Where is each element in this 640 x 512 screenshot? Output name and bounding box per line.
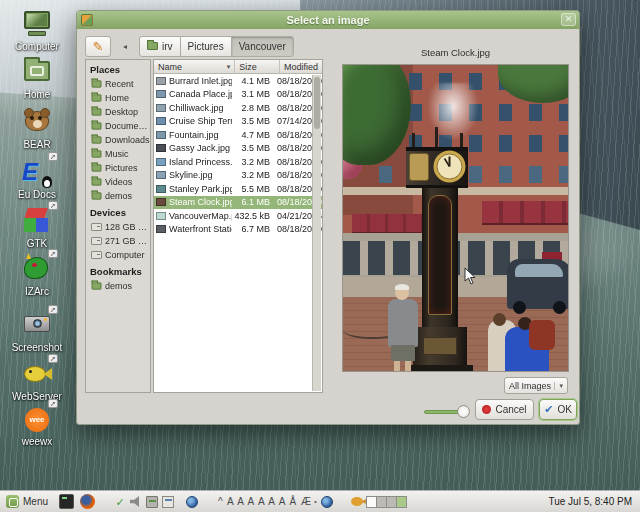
desktop-icon-label: BEAR bbox=[4, 139, 70, 150]
path-segment-vancouver[interactable]: Vancouver bbox=[231, 36, 294, 57]
image-thumbnail-icon bbox=[156, 144, 166, 152]
pencil-icon: ✎ bbox=[93, 39, 104, 54]
path-segment-home[interactable]: irv bbox=[139, 36, 181, 57]
globe-icon[interactable] bbox=[321, 496, 333, 508]
file-row[interactable]: Fountain.jpg4.7 MB08/18/2010 bbox=[154, 128, 322, 142]
sidebar-item-volume-271[interactable]: 271 GB Vol... bbox=[86, 234, 150, 248]
window-list[interactable]: ^ A A A A A A Å Æ bbox=[218, 496, 312, 507]
column-header-size[interactable]: Size bbox=[235, 60, 280, 73]
sidebar-item-videos[interactable]: Videos bbox=[86, 175, 150, 189]
file-row[interactable]: Stanley Park.jpg5.5 MB08/18/2010 bbox=[154, 182, 322, 196]
file-manager-icon[interactable] bbox=[162, 496, 174, 508]
sidebar-item-home[interactable]: Home bbox=[86, 91, 150, 105]
sidebar-item-volume-128[interactable]: 128 GB Vol... bbox=[86, 220, 150, 234]
desktop-icon-label: Screenshot bbox=[4, 342, 70, 353]
clock-face bbox=[433, 150, 466, 183]
sidebar-item-documents[interactable]: Documents bbox=[86, 119, 150, 133]
image-thumbnail-icon bbox=[156, 77, 166, 85]
desktop-icon-screenshot[interactable]: ➚ Screenshot bbox=[4, 311, 70, 353]
titlebar[interactable]: Select an image ✕ bbox=[77, 11, 579, 29]
column-header-name[interactable]: Name ▾ bbox=[154, 60, 235, 73]
path-segment-label: Pictures bbox=[188, 41, 224, 52]
ok-button[interactable]: ✔ OK bbox=[539, 399, 577, 420]
sidebar-item-music[interactable]: Music bbox=[86, 147, 150, 161]
update-check-icon[interactable]: ✓ bbox=[114, 496, 126, 508]
places-header: Places bbox=[86, 60, 150, 77]
desktop-icon-computer[interactable]: Computer bbox=[4, 10, 70, 52]
sidebar-item-computer[interactable]: Computer bbox=[86, 248, 150, 262]
image-thumbnail-icon bbox=[156, 131, 166, 139]
slider-handle[interactable] bbox=[457, 405, 470, 418]
folder-icon bbox=[147, 42, 158, 50]
taskbar: Menu ✓ ^ A A A A A A Å Æ • Tue Jul 5, 8:… bbox=[0, 490, 640, 512]
desktop-icon-gtk[interactable]: ➚ GTK bbox=[4, 207, 70, 249]
folder-icon bbox=[92, 282, 102, 289]
preview-size-slider[interactable] bbox=[424, 405, 468, 418]
weather-station-icon[interactable] bbox=[146, 496, 158, 508]
sidebar-item-recent[interactable]: Recent bbox=[86, 77, 150, 91]
firefox-launcher-icon[interactable] bbox=[80, 494, 95, 509]
image-thumbnail-icon bbox=[156, 212, 166, 220]
file-row[interactable]: Skyline.jpg3.2 MB08/18/2010 bbox=[154, 169, 322, 183]
scrollbar-thumb[interactable] bbox=[314, 77, 320, 129]
drive-icon bbox=[91, 237, 102, 245]
clock-applet[interactable]: Tue Jul 5, 8:40 PM bbox=[548, 496, 640, 507]
globe-icon[interactable] bbox=[186, 496, 198, 508]
sidebar-item-pictures[interactable]: Pictures bbox=[86, 161, 150, 175]
desktop-icon-eudocs[interactable]: E ➚ Eu Docs bbox=[4, 158, 70, 200]
path-scroll-left-button[interactable]: ◂ bbox=[117, 36, 133, 57]
file-row[interactable]: Canada Place.jpg3.1 MB08/18/2010 bbox=[154, 88, 322, 102]
path-segment-pictures[interactable]: Pictures bbox=[180, 36, 232, 57]
file-list-scrollbar[interactable] bbox=[312, 75, 321, 391]
file-type-filter-dropdown[interactable]: All Images ▾ bbox=[504, 377, 568, 394]
workspace-switcher[interactable] bbox=[367, 496, 407, 508]
file-list-header: Name ▾ Size Modified bbox=[154, 60, 322, 74]
menu-label: Menu bbox=[23, 496, 48, 507]
menu-button[interactable]: Menu bbox=[0, 491, 56, 512]
sidebar-item-demos[interactable]: demos bbox=[86, 189, 150, 203]
column-header-modified[interactable]: Modified bbox=[280, 60, 322, 73]
file-row[interactable]: Burrard Inlet.jpg4.1 MB08/18/2010 bbox=[154, 74, 322, 88]
location-edit-button[interactable]: ✎ bbox=[85, 36, 111, 57]
window-title: Select an image bbox=[77, 14, 579, 26]
desktop-icon-izarc[interactable]: ➚ IZArc bbox=[4, 255, 70, 297]
devices-header: Devices bbox=[86, 203, 150, 220]
desktop-icon-bear[interactable]: BEAR bbox=[4, 108, 70, 150]
workspace-4[interactable] bbox=[396, 496, 407, 508]
awnings-right bbox=[482, 201, 569, 225]
file-row-selected[interactable]: Steam Clock.jpg6.1 MB08/18/2010 bbox=[154, 196, 322, 210]
ok-check-icon: ✔ bbox=[544, 403, 553, 416]
clock-finials bbox=[410, 127, 470, 149]
red-backpack bbox=[529, 320, 555, 350]
file-row[interactable]: Waterfront Station...6.7 MB08/18/2010 bbox=[154, 223, 322, 237]
home-folder-icon bbox=[20, 58, 54, 88]
desktop-icon-webserver[interactable]: ➚ WebServer bbox=[4, 360, 70, 402]
launcher-badge-icon: ➚ bbox=[48, 249, 58, 258]
terminal-launcher-icon[interactable] bbox=[59, 494, 74, 509]
system-tray: ✓ bbox=[112, 496, 200, 508]
folder-icon bbox=[92, 136, 102, 143]
file-row[interactable]: Chilliwack.jpg2.8 MB08/18/2010 bbox=[154, 101, 322, 115]
desktop-icon-home[interactable]: Home bbox=[4, 58, 70, 100]
launcher-badge-icon: ➚ bbox=[48, 305, 58, 314]
building-windows bbox=[409, 73, 422, 90]
fish-applet-icon[interactable] bbox=[351, 497, 363, 506]
file-row[interactable]: Cruise Ship Term.jpg3.5 MB07/14/2010 bbox=[154, 115, 322, 129]
edocs-icon: E ➚ bbox=[20, 158, 54, 188]
recent-icon bbox=[92, 80, 102, 87]
file-row[interactable]: Gassy Jack.jpg3.5 MB08/18/2010 bbox=[154, 142, 322, 156]
volume-icon[interactable] bbox=[130, 496, 142, 508]
weewx-icon: wee ➚ bbox=[20, 405, 54, 435]
image-thumbnail-icon bbox=[156, 171, 166, 179]
sidebar-item-desktop[interactable]: Desktop bbox=[86, 105, 150, 119]
sidebar-item-bookmark-demos[interactable]: demos bbox=[86, 279, 150, 293]
file-row[interactable]: Island Princess.jpg3.2 MB08/18/2010 bbox=[154, 155, 322, 169]
desktop-icon-weewx[interactable]: wee ➚ weewx bbox=[4, 405, 70, 447]
desktop-icon-label: weewx bbox=[4, 436, 70, 447]
sidebar-item-downloads[interactable]: Downloads bbox=[86, 133, 150, 147]
file-row[interactable]: VancouverMap.png432.5 kB04/21/2016 bbox=[154, 209, 322, 223]
cancel-button[interactable]: Cancel bbox=[475, 399, 534, 420]
close-icon[interactable]: ✕ bbox=[561, 13, 576, 26]
launcher-badge-icon: ➚ bbox=[48, 201, 58, 210]
folder-icon bbox=[92, 164, 102, 171]
